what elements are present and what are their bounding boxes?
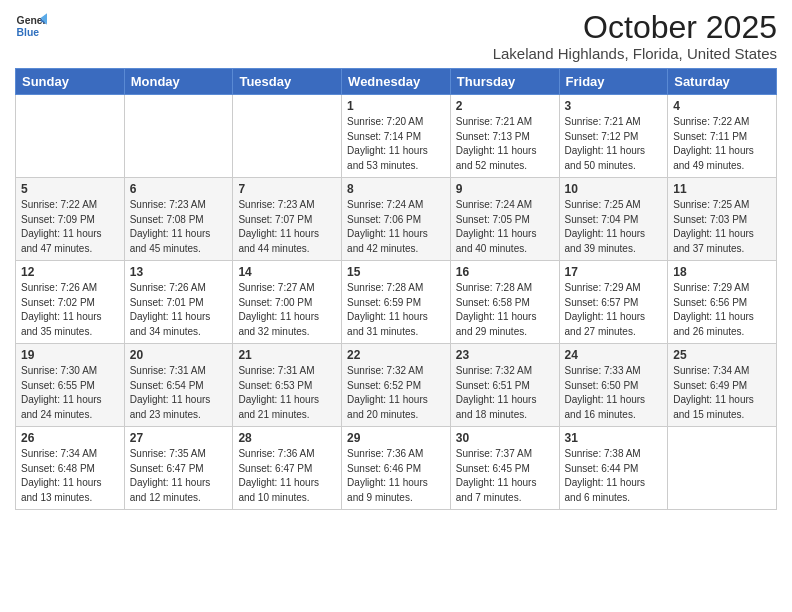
day-number: 19	[21, 348, 119, 362]
cell-info: Sunrise: 7:30 AM Sunset: 6:55 PM Dayligh…	[21, 364, 119, 422]
header-row: Sunday Monday Tuesday Wednesday Thursday…	[16, 69, 777, 95]
day-number: 29	[347, 431, 445, 445]
cell-w3-d2: 21Sunrise: 7:31 AM Sunset: 6:53 PM Dayli…	[233, 344, 342, 427]
day-number: 20	[130, 348, 228, 362]
day-number: 11	[673, 182, 771, 196]
page: General Blue October 2025 Lakeland Highl…	[0, 0, 792, 612]
day-number: 24	[565, 348, 663, 362]
cell-info: Sunrise: 7:23 AM Sunset: 7:07 PM Dayligh…	[238, 198, 336, 256]
cell-w4-d6	[668, 427, 777, 510]
cell-w1-d1: 6Sunrise: 7:23 AM Sunset: 7:08 PM Daylig…	[124, 178, 233, 261]
cell-w2-d0: 12Sunrise: 7:26 AM Sunset: 7:02 PM Dayli…	[16, 261, 125, 344]
cell-w4-d5: 31Sunrise: 7:38 AM Sunset: 6:44 PM Dayli…	[559, 427, 668, 510]
cell-info: Sunrise: 7:24 AM Sunset: 7:06 PM Dayligh…	[347, 198, 445, 256]
title-section: October 2025 Lakeland Highlands, Florida…	[493, 10, 777, 62]
day-number: 14	[238, 265, 336, 279]
th-monday: Monday	[124, 69, 233, 95]
day-number: 4	[673, 99, 771, 113]
th-friday: Friday	[559, 69, 668, 95]
cell-w0-d2	[233, 95, 342, 178]
cell-info: Sunrise: 7:34 AM Sunset: 6:48 PM Dayligh…	[21, 447, 119, 505]
cell-info: Sunrise: 7:26 AM Sunset: 7:01 PM Dayligh…	[130, 281, 228, 339]
day-number: 18	[673, 265, 771, 279]
cell-w1-d0: 5Sunrise: 7:22 AM Sunset: 7:09 PM Daylig…	[16, 178, 125, 261]
day-number: 23	[456, 348, 554, 362]
cell-info: Sunrise: 7:21 AM Sunset: 7:13 PM Dayligh…	[456, 115, 554, 173]
th-saturday: Saturday	[668, 69, 777, 95]
cell-w2-d1: 13Sunrise: 7:26 AM Sunset: 7:01 PM Dayli…	[124, 261, 233, 344]
week-row-4: 26Sunrise: 7:34 AM Sunset: 6:48 PM Dayli…	[16, 427, 777, 510]
cell-w1-d3: 8Sunrise: 7:24 AM Sunset: 7:06 PM Daylig…	[342, 178, 451, 261]
cell-info: Sunrise: 7:27 AM Sunset: 7:00 PM Dayligh…	[238, 281, 336, 339]
day-number: 30	[456, 431, 554, 445]
cell-info: Sunrise: 7:33 AM Sunset: 6:50 PM Dayligh…	[565, 364, 663, 422]
header: General Blue October 2025 Lakeland Highl…	[15, 10, 777, 62]
day-number: 1	[347, 99, 445, 113]
cell-w4-d4: 30Sunrise: 7:37 AM Sunset: 6:45 PM Dayli…	[450, 427, 559, 510]
day-number: 31	[565, 431, 663, 445]
cell-w3-d1: 20Sunrise: 7:31 AM Sunset: 6:54 PM Dayli…	[124, 344, 233, 427]
cell-w4-d2: 28Sunrise: 7:36 AM Sunset: 6:47 PM Dayli…	[233, 427, 342, 510]
cell-w0-d5: 3Sunrise: 7:21 AM Sunset: 7:12 PM Daylig…	[559, 95, 668, 178]
month-title: October 2025	[493, 10, 777, 45]
day-number: 27	[130, 431, 228, 445]
day-number: 7	[238, 182, 336, 196]
cell-w4-d0: 26Sunrise: 7:34 AM Sunset: 6:48 PM Dayli…	[16, 427, 125, 510]
cell-w2-d3: 15Sunrise: 7:28 AM Sunset: 6:59 PM Dayli…	[342, 261, 451, 344]
cell-info: Sunrise: 7:31 AM Sunset: 6:54 PM Dayligh…	[130, 364, 228, 422]
cell-info: Sunrise: 7:29 AM Sunset: 6:56 PM Dayligh…	[673, 281, 771, 339]
calendar-table: Sunday Monday Tuesday Wednesday Thursday…	[15, 68, 777, 510]
day-number: 2	[456, 99, 554, 113]
day-number: 28	[238, 431, 336, 445]
cell-info: Sunrise: 7:38 AM Sunset: 6:44 PM Dayligh…	[565, 447, 663, 505]
day-number: 16	[456, 265, 554, 279]
cell-w2-d2: 14Sunrise: 7:27 AM Sunset: 7:00 PM Dayli…	[233, 261, 342, 344]
cell-info: Sunrise: 7:29 AM Sunset: 6:57 PM Dayligh…	[565, 281, 663, 339]
cell-info: Sunrise: 7:24 AM Sunset: 7:05 PM Dayligh…	[456, 198, 554, 256]
cell-info: Sunrise: 7:36 AM Sunset: 6:47 PM Dayligh…	[238, 447, 336, 505]
cell-info: Sunrise: 7:22 AM Sunset: 7:09 PM Dayligh…	[21, 198, 119, 256]
cell-w3-d4: 23Sunrise: 7:32 AM Sunset: 6:51 PM Dayli…	[450, 344, 559, 427]
cell-info: Sunrise: 7:37 AM Sunset: 6:45 PM Dayligh…	[456, 447, 554, 505]
day-number: 3	[565, 99, 663, 113]
cell-w0-d3: 1Sunrise: 7:20 AM Sunset: 7:14 PM Daylig…	[342, 95, 451, 178]
cell-info: Sunrise: 7:32 AM Sunset: 6:51 PM Dayligh…	[456, 364, 554, 422]
cell-w3-d5: 24Sunrise: 7:33 AM Sunset: 6:50 PM Dayli…	[559, 344, 668, 427]
day-number: 26	[21, 431, 119, 445]
cell-w1-d2: 7Sunrise: 7:23 AM Sunset: 7:07 PM Daylig…	[233, 178, 342, 261]
cell-w4-d1: 27Sunrise: 7:35 AM Sunset: 6:47 PM Dayli…	[124, 427, 233, 510]
cell-w1-d5: 10Sunrise: 7:25 AM Sunset: 7:04 PM Dayli…	[559, 178, 668, 261]
day-number: 10	[565, 182, 663, 196]
location-title: Lakeland Highlands, Florida, United Stat…	[493, 45, 777, 62]
day-number: 9	[456, 182, 554, 196]
week-row-2: 12Sunrise: 7:26 AM Sunset: 7:02 PM Dayli…	[16, 261, 777, 344]
cell-info: Sunrise: 7:35 AM Sunset: 6:47 PM Dayligh…	[130, 447, 228, 505]
cell-w0-d4: 2Sunrise: 7:21 AM Sunset: 7:13 PM Daylig…	[450, 95, 559, 178]
cell-info: Sunrise: 7:25 AM Sunset: 7:03 PM Dayligh…	[673, 198, 771, 256]
cell-w1-d4: 9Sunrise: 7:24 AM Sunset: 7:05 PM Daylig…	[450, 178, 559, 261]
cell-w3-d6: 25Sunrise: 7:34 AM Sunset: 6:49 PM Dayli…	[668, 344, 777, 427]
cell-w0-d0	[16, 95, 125, 178]
cell-info: Sunrise: 7:31 AM Sunset: 6:53 PM Dayligh…	[238, 364, 336, 422]
cell-w2-d6: 18Sunrise: 7:29 AM Sunset: 6:56 PM Dayli…	[668, 261, 777, 344]
cell-info: Sunrise: 7:26 AM Sunset: 7:02 PM Dayligh…	[21, 281, 119, 339]
day-number: 13	[130, 265, 228, 279]
cell-w2-d5: 17Sunrise: 7:29 AM Sunset: 6:57 PM Dayli…	[559, 261, 668, 344]
day-number: 8	[347, 182, 445, 196]
th-sunday: Sunday	[16, 69, 125, 95]
th-wednesday: Wednesday	[342, 69, 451, 95]
day-number: 5	[21, 182, 119, 196]
cell-info: Sunrise: 7:21 AM Sunset: 7:12 PM Dayligh…	[565, 115, 663, 173]
svg-text:Blue: Blue	[17, 27, 40, 38]
cell-info: Sunrise: 7:20 AM Sunset: 7:14 PM Dayligh…	[347, 115, 445, 173]
day-number: 22	[347, 348, 445, 362]
cell-w4-d3: 29Sunrise: 7:36 AM Sunset: 6:46 PM Dayli…	[342, 427, 451, 510]
cell-w1-d6: 11Sunrise: 7:25 AM Sunset: 7:03 PM Dayli…	[668, 178, 777, 261]
cell-info: Sunrise: 7:32 AM Sunset: 6:52 PM Dayligh…	[347, 364, 445, 422]
cell-info: Sunrise: 7:34 AM Sunset: 6:49 PM Dayligh…	[673, 364, 771, 422]
cell-info: Sunrise: 7:25 AM Sunset: 7:04 PM Dayligh…	[565, 198, 663, 256]
th-thursday: Thursday	[450, 69, 559, 95]
logo-icon: General Blue	[15, 10, 47, 42]
day-number: 12	[21, 265, 119, 279]
day-number: 21	[238, 348, 336, 362]
